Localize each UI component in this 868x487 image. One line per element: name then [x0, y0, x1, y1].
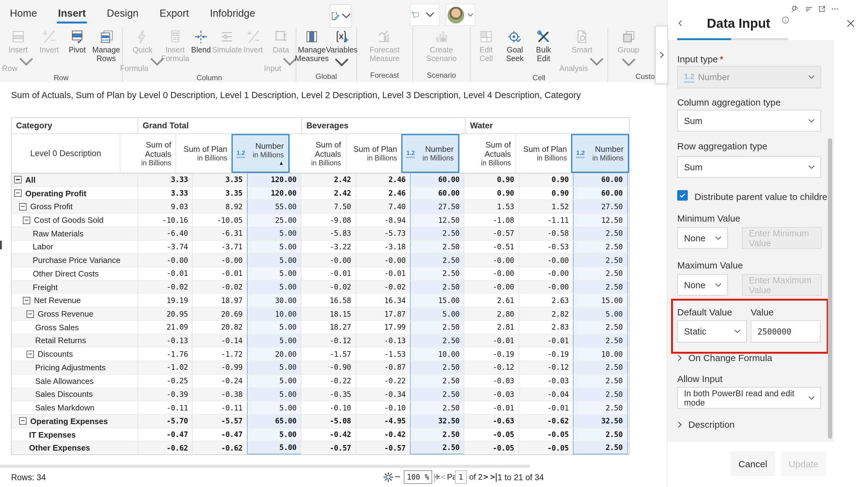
value-cell[interactable]: 2.50 — [410, 401, 465, 414]
variables-button[interactable]: Variables — [327, 29, 356, 72]
table-row[interactable]: Raw Materials-6.40-6.315.00-5.83-5.732.5… — [12, 227, 629, 240]
value-cell[interactable]: 5.00 — [247, 240, 302, 253]
page-number-input[interactable]: 1 — [455, 470, 467, 484]
value-cell[interactable]: 2.50 — [410, 321, 465, 334]
value-cell[interactable]: 2.63 — [518, 294, 573, 307]
value-cell[interactable]: -5.83 — [301, 227, 355, 240]
edit-cell-button[interactable]: EditCell — [473, 29, 499, 63]
value-cell[interactable]: 2.50 — [573, 321, 627, 334]
value-cell[interactable]: 5.00 — [247, 254, 302, 267]
value-cell[interactable]: -0.42 — [355, 428, 410, 441]
column-group-header[interactable]: Beverages — [301, 118, 465, 133]
value-cell[interactable]: -5.73 — [355, 227, 410, 240]
value-cell[interactable]: -1.57 — [301, 348, 355, 360]
value-cell[interactable]: -0.00 — [192, 254, 247, 267]
info-icon[interactable] — [781, 16, 789, 24]
value-cell[interactable]: 2.50 — [573, 375, 627, 387]
value-cell[interactable]: -0.57 — [464, 227, 519, 240]
value-cell[interactable]: -6.40 — [138, 227, 192, 240]
value-cell[interactable]: 2.50 — [573, 281, 627, 293]
value-cell[interactable]: 19.19 — [138, 294, 192, 307]
value-cell[interactable]: 7.50 — [301, 200, 355, 213]
value-cell[interactable]: -6.31 — [192, 227, 247, 240]
value-cell[interactable]: -0.12 — [301, 334, 355, 347]
value-cell[interactable]: -0.05 — [518, 428, 573, 441]
value-cell[interactable]: -0.00 — [518, 281, 573, 293]
value-cell[interactable]: -0.10 — [355, 401, 410, 414]
horizontal-scrollbar[interactable] — [0, 465, 530, 468]
value-cell[interactable]: 55.00 — [247, 200, 302, 213]
collapse-icon[interactable] — [19, 203, 27, 210]
value-cell[interactable]: 2.82 — [518, 307, 573, 320]
value-cell[interactable]: 17.87 — [355, 307, 410, 320]
last-page-button[interactable]: >| — [490, 472, 497, 482]
value-cell[interactable]: 18.15 — [301, 307, 355, 320]
value-cell[interactable]: 5.00 — [247, 321, 302, 334]
value-cell[interactable]: 15.00 — [410, 294, 465, 307]
value-cell[interactable]: -0.57 — [355, 442, 410, 454]
collapse-icon[interactable] — [27, 310, 34, 318]
value-cell[interactable]: 1.52 — [518, 200, 573, 213]
table-row[interactable]: Gross Revenue20.9520.6910.0018.1517.875.… — [12, 307, 629, 320]
value-cell[interactable]: -0.02 — [301, 281, 355, 293]
value-cell[interactable]: 10.00 — [410, 348, 465, 360]
value-cell[interactable]: -0.00 — [518, 254, 573, 267]
value-cell[interactable]: -0.63 — [464, 415, 519, 427]
value-cell[interactable]: -0.01 — [518, 334, 573, 347]
value-cell[interactable]: 2.50 — [410, 361, 465, 374]
value-cell[interactable]: 12.50 — [410, 214, 465, 226]
value-cell[interactable]: -0.35 — [301, 388, 355, 400]
popout-icon[interactable] — [818, 5, 826, 13]
value-cell[interactable]: 2.50 — [410, 227, 465, 240]
blend-button[interactable]: Blend — [188, 29, 214, 54]
value-cell[interactable]: 5.00 — [247, 388, 302, 400]
insert-row-button[interactable]: InsertRow — [2, 29, 34, 73]
value-cell[interactable]: -0.19 — [464, 348, 519, 360]
value-cell[interactable]: -0.01 — [138, 267, 192, 280]
value-cell[interactable]: -0.34 — [355, 388, 410, 400]
value-cell[interactable]: 2.50 — [573, 334, 627, 347]
forecast-measure-button[interactable]: ForecastMeasure — [370, 29, 399, 63]
table-row[interactable]: Sale Allowances-0.25-0.245.00-0.22-0.222… — [12, 374, 629, 387]
value-cell[interactable]: 0.90 — [518, 173, 573, 186]
measure-header-sum-of-actuals[interactable]: Sum ofActualsin Billions — [120, 134, 175, 173]
table-row[interactable]: Freight-0.02-0.025.00-0.02-0.022.50-0.00… — [12, 280, 629, 293]
measure-header-sum-of-plan[interactable]: Sum of Planin Billions — [345, 134, 401, 173]
value-cell[interactable]: -0.10 — [301, 401, 355, 414]
value-cell[interactable]: -0.12 — [518, 361, 573, 374]
value-cell[interactable]: 30.00 — [247, 294, 302, 307]
value-cell[interactable]: -0.57 — [301, 442, 355, 454]
value-cell[interactable]: 5.00 — [410, 307, 465, 320]
goal-seek-button[interactable]: GoalSeek — [502, 29, 528, 63]
value-cell[interactable]: -0.00 — [355, 254, 410, 267]
value-cell[interactable]: 2.50 — [573, 227, 627, 240]
value-cell[interactable]: -0.13 — [355, 334, 410, 347]
value-cell[interactable]: 20.95 — [138, 307, 192, 320]
value-cell[interactable]: -0.87 — [355, 361, 410, 374]
add-comment-button[interactable] — [410, 4, 439, 26]
table-row[interactable]: Gross Profit9.038.9255.007.507.4027.501.… — [12, 200, 629, 213]
value-cell[interactable]: -0.22 — [355, 375, 410, 387]
table-row[interactable]: Sales Discounts-0.39-0.385.00-0.35-0.342… — [12, 387, 629, 400]
value-cell[interactable]: 10.00 — [573, 348, 627, 360]
collapse-icon[interactable] — [23, 216, 30, 224]
row-agg-dropdown[interactable]: Sum — [677, 156, 821, 178]
value-cell[interactable]: 5.00 — [247, 428, 302, 441]
value-cell[interactable]: -0.19 — [518, 348, 573, 360]
value-cell[interactable]: -0.00 — [464, 254, 519, 267]
table-row[interactable]: Purchase Price Variance-0.00-0.005.00-0.… — [12, 253, 629, 267]
table-row[interactable]: Operating Expenses-5.70-5.5765.00-5.08-4… — [12, 414, 629, 427]
gear-icon[interactable] — [383, 472, 394, 483]
measure-header-number[interactable]: 1.2Numberin Millions — [401, 134, 459, 173]
table-row[interactable]: Sales Markdown-0.11-0.115.00-0.10-0.102.… — [12, 400, 629, 414]
value-cell[interactable]: -5.08 — [301, 415, 355, 427]
value-cell[interactable]: 5.00 — [247, 334, 302, 347]
value-cell[interactable]: 60.00 — [573, 173, 627, 186]
default-value-dropdown[interactable]: Static — [677, 320, 747, 343]
value-cell[interactable]: -0.47 — [192, 428, 247, 441]
value-cell[interactable]: -0.00 — [138, 254, 192, 267]
value-cell[interactable]: 1.53 — [464, 200, 519, 213]
value-cell[interactable]: 2.50 — [573, 240, 627, 253]
value-cell[interactable]: -3.18 — [355, 240, 410, 253]
edit-mode-button[interactable] — [330, 4, 351, 28]
